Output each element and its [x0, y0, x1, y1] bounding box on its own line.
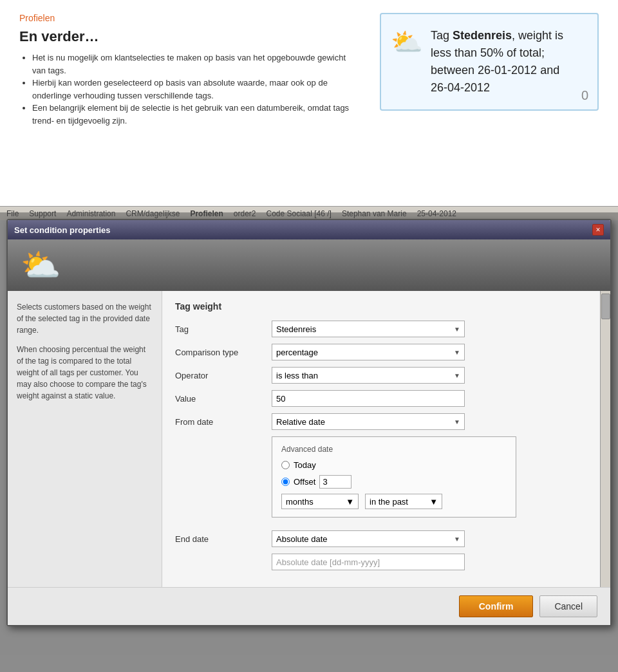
comparison-dropdown-wrap: percentage ▼ — [272, 344, 587, 360]
operator-dropdown[interactable]: is less than ▼ — [272, 367, 465, 384]
tag-count: 0 — [581, 88, 588, 103]
comparison-label: Comparison type — [175, 348, 265, 357]
operator-label: Operator — [175, 371, 265, 380]
cancel-button[interactable]: Cancel — [539, 595, 597, 617]
operator-dropdown-arrow: ▼ — [454, 372, 460, 379]
tag-dropdown[interactable]: Stedenreis ▼ — [272, 321, 465, 337]
section-title: Tag weight — [175, 301, 587, 312]
tag-name-bold: Stedenreis — [453, 29, 512, 42]
end-date-label: End date — [175, 534, 265, 544]
from-date-label: From date — [175, 417, 265, 427]
radio-offset[interactable] — [281, 478, 290, 486]
top-right-card: ⛅ Tag Stedenreis, weight is less than 50… — [380, 13, 599, 187]
offset-label: Offset — [294, 477, 315, 487]
modal-body: Selects customers based on the weight of… — [8, 291, 610, 587]
scrollbar-thumb[interactable] — [601, 294, 610, 319]
advanced-date-box: Advanced date Today Offset — [272, 436, 516, 518]
value-label: Value — [175, 394, 265, 404]
tag-label: Tag — [175, 324, 265, 334]
left-panel: Selects customers based on the weight of… — [8, 291, 162, 587]
value-input[interactable] — [272, 390, 465, 407]
list-item: Een belangrijk element bij de selectie i… — [32, 102, 354, 127]
modal-weather-icon: ⛅ — [21, 247, 61, 284]
from-date-dropdown-value: Relative date — [276, 417, 325, 427]
tag-dropdown-value: Stedenreis — [276, 324, 316, 334]
absolute-date-wrap: Absolute date [dd-mm-yyyy] — [272, 554, 587, 570]
tag-info-card: ⛅ Tag Stedenreis, weight is less than 50… — [380, 13, 599, 111]
radio-row-today: Today — [281, 460, 507, 470]
direction-dropdown[interactable]: in the past ▼ — [365, 494, 442, 509]
end-date-dropdown-value: Absolute date — [276, 534, 328, 544]
today-label: Today — [294, 460, 316, 470]
comparison-dropdown[interactable]: percentage ▼ — [272, 344, 465, 360]
modal-header-image: ⛅ — [8, 239, 610, 291]
right-panel: Tag weight Tag Stedenreis ▼ Comparison t… — [162, 291, 600, 587]
subtitle: Profielen — [19, 13, 354, 23]
radio-today[interactable] — [281, 461, 290, 469]
offset-input[interactable] — [319, 475, 351, 489]
list-item: Hierbij kan worden geselecteerd op basis… — [32, 77, 354, 102]
form-row-from-date: From date Relative date ▼ — [175, 413, 587, 430]
comparison-dropdown-value: percentage — [276, 348, 318, 357]
operator-dropdown-wrap: is less than ▼ — [272, 367, 587, 384]
from-date-dropdown[interactable]: Relative date ▼ — [272, 413, 465, 430]
form-row-value: Value — [175, 390, 587, 407]
operator-dropdown-value: is less than — [276, 371, 318, 380]
page-title: Profielen En verder… — [19, 13, 354, 45]
top-area: Profielen En verder… Het is nu mogelijk … — [0, 0, 618, 206]
comparison-dropdown-arrow: ▼ — [454, 349, 460, 356]
advanced-date-title: Advanced date — [281, 445, 507, 454]
left-panel-text2: When choosing percentual the weight of t… — [17, 344, 153, 402]
direction-dropdown-value: in the past — [370, 497, 408, 507]
unit-arrow: ▼ — [346, 497, 354, 507]
form-row-absolute-date: Absolute date [dd-mm-yyyy] — [175, 554, 587, 570]
unit-dropdown-value: months — [286, 497, 314, 507]
direction-arrow: ▼ — [429, 497, 438, 507]
modal-close-button[interactable]: × — [592, 224, 604, 236]
modal-dialog: Set condition properties × ⛅ Selects cus… — [6, 219, 612, 626]
list-item: Het is nu mogelijk om klantselecties te … — [32, 51, 354, 77]
end-date-dropdown[interactable]: Absolute date ▼ — [272, 530, 465, 547]
left-panel-text1: Selects customers based on the weight of… — [17, 301, 153, 336]
form-row-operator: Operator is less than ▼ — [175, 367, 587, 384]
offset-row: Offset — [281, 475, 507, 489]
unit-direction-row: months ▼ in the past ▼ — [281, 494, 507, 509]
weather-icon: ⛅ — [391, 27, 423, 57]
modal-overlay: Set condition properties × ⛅ Selects cus… — [0, 212, 618, 672]
modal-footer: Confirm Cancel — [8, 587, 610, 625]
paragraph-list: Het is nu mogelijk om klantselecties te … — [32, 51, 354, 127]
scrollbar[interactable] — [600, 291, 610, 587]
modal-titlebar: Set condition properties × — [8, 220, 610, 239]
form-row-advanced: Advanced date Today Offset — [175, 436, 587, 524]
from-date-arrow: ▼ — [454, 418, 460, 425]
tag-dropdown-arrow: ▼ — [454, 326, 460, 333]
unit-dropdown[interactable]: months ▼ — [281, 494, 359, 509]
from-date-wrap: Relative date ▼ — [272, 413, 587, 430]
absolute-date-input[interactable]: Absolute date [dd-mm-yyyy] — [272, 554, 465, 570]
advanced-date-wrap: Advanced date Today Offset — [272, 436, 587, 524]
value-input-wrap — [272, 390, 587, 407]
form-row-end-date: End date Absolute date ▼ — [175, 530, 587, 547]
confirm-button[interactable]: Confirm — [459, 595, 534, 617]
tag-card-text: Tag Stedenreis, weight is less than 50% … — [431, 27, 585, 97]
end-date-wrap: Absolute date ▼ — [272, 530, 587, 547]
absolute-date-placeholder: Absolute date [dd-mm-yyyy] — [276, 557, 380, 567]
form-row-comparison: Comparison type percentage ▼ — [175, 344, 587, 360]
tag-dropdown-wrap: Stedenreis ▼ — [272, 321, 587, 337]
end-date-arrow: ▼ — [454, 536, 460, 543]
form-row-tag: Tag Stedenreis ▼ — [175, 321, 587, 337]
modal-title: Set condition properties — [14, 225, 111, 235]
top-left-content: Profielen En verder… Het is nu mogelijk … — [19, 13, 354, 187]
